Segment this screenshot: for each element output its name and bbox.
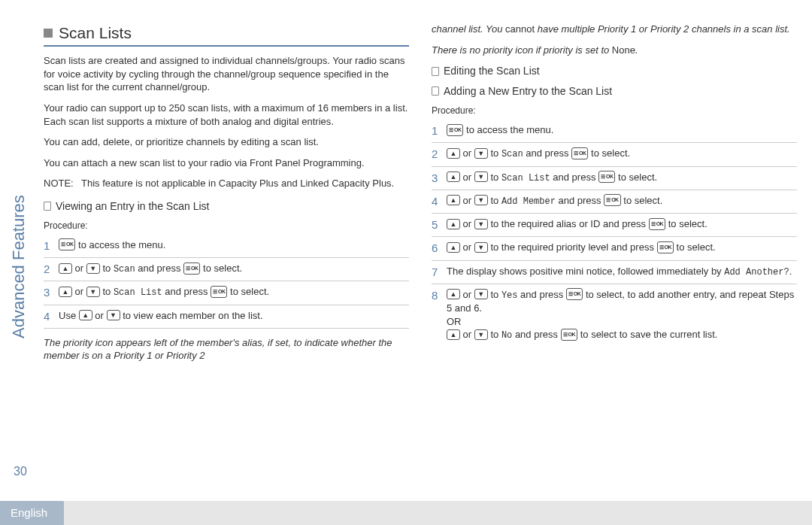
step-row: 8 ▲ or ▼ to Yes and press ☰ OK to select…: [432, 284, 797, 345]
ok-button-icon: ☰ OK: [561, 329, 577, 341]
left-column: Scan Lists Scan lists are created and as…: [44, 23, 409, 489]
down-arrow-icon: ▼: [474, 171, 488, 182]
step-number: 1: [44, 238, 59, 253]
continuation-text: There is no priority icon if priority is…: [432, 44, 797, 57]
vertical-section-title: Advanced Features: [8, 195, 30, 338]
ok-button-icon: ☰ OK: [183, 262, 200, 275]
up-arrow-icon: ▲: [59, 263, 72, 274]
step-body: ▲ or ▼ to Yes and press ☰ OK to select, …: [447, 288, 797, 341]
up-arrow-icon: ▲: [447, 171, 460, 182]
paragraph: Scan lists are created and assigned to i…: [44, 54, 409, 94]
footer-bar: [64, 501, 812, 525]
up-arrow-icon: ▲: [447, 329, 460, 340]
up-arrow-icon: ▲: [447, 195, 460, 205]
ok-button-icon: ☰ OK: [571, 147, 588, 159]
ok-button-icon: ☰ OK: [59, 238, 75, 250]
step-row: 4 Use ▲ or ▼ to view each member on the …: [44, 305, 409, 329]
step-row: 4 ▲ or ▼ to Add Member and press ☰ OK to…: [432, 190, 797, 214]
step-number: 8: [432, 288, 447, 341]
step-body: ▲ or ▼ to Scan and press ☰ OK to select.: [447, 147, 797, 162]
step-text: to access the menu.: [75, 239, 165, 250]
menu-option: Add Another?: [724, 267, 789, 278]
sidebar: Advanced Features 30: [8, 23, 44, 489]
up-arrow-icon: ▲: [447, 242, 460, 253]
note-body: This feature is not applicable in Capaci…: [81, 177, 394, 190]
step-row: 3 ▲ or ▼ to Scan List and press ☰ OK to …: [44, 281, 409, 305]
down-arrow-icon: ▼: [107, 310, 120, 320]
menu-option: Add Member: [501, 196, 556, 207]
document-icon: [44, 202, 51, 211]
ok-button-icon: ☰ OK: [649, 218, 665, 230]
up-arrow-icon: ▲: [447, 219, 460, 229]
step-body: ▲ or ▼ to Add Member and press ☰ OK to s…: [447, 194, 797, 209]
procedure-label: Procedure:: [432, 105, 797, 117]
menu-option: Yes: [501, 290, 518, 301]
note-block: NOTE: This feature is not applicable in …: [44, 177, 409, 190]
step-number: 3: [44, 285, 59, 300]
step-number: 2: [432, 147, 447, 162]
step-row: 2 ▲ or ▼ to Scan and press ☰ OK to selec…: [44, 258, 409, 281]
down-arrow-icon: ▼: [474, 242, 488, 253]
paragraph: Your radio can support up to 250 scan li…: [44, 102, 409, 128]
paragraph: You can attach a new scan list to your r…: [44, 156, 409, 170]
step-body: Use ▲ or ▼ to view each member on the li…: [59, 309, 409, 324]
step-row: 6 ▲ or ▼ to the required priority level …: [432, 237, 797, 260]
ok-button-icon: ☰ OK: [566, 288, 583, 300]
ok-button-icon: ☰ OK: [598, 171, 615, 183]
step-number: 2: [44, 262, 59, 277]
ok-button-icon: ☰ OK: [211, 286, 227, 298]
step-number: 4: [44, 309, 59, 324]
subheading: Viewing an Entry in the Scan List: [44, 199, 409, 214]
step-number: 6: [432, 241, 447, 256]
subheading: Editing the Scan List: [432, 64, 797, 78]
step-body: ▲ or ▼ to Scan List and press ☰ OK to se…: [447, 171, 797, 186]
down-arrow-icon: ▼: [86, 263, 100, 274]
step-body: ▲ or ▼ to the required alias or ID and p…: [447, 217, 797, 232]
paragraph: You can add, delete, or prioritize chann…: [44, 135, 409, 149]
footer: English: [0, 501, 812, 525]
step-row: 2 ▲ or ▼ to Scan and press ☰ OK to selec…: [432, 143, 797, 166]
step-number: 5: [432, 217, 447, 232]
step-row: 3 ▲ or ▼ to Scan List and press ☰ OK to …: [432, 167, 797, 190]
document-icon: [432, 86, 439, 96]
down-arrow-icon: ▼: [474, 289, 488, 299]
subheading-text: Viewing an Entry in the Scan List: [56, 199, 209, 214]
step-body: ▲ or ▼ to Scan and press ☰ OK to select.: [59, 262, 409, 277]
down-arrow-icon: ▼: [474, 329, 488, 340]
subheading-text: Editing the Scan List: [444, 64, 540, 78]
continuation-text: channel list. You cannot have multiple P…: [432, 23, 797, 36]
step-number: 4: [432, 194, 447, 209]
section-title: Scan Lists: [44, 23, 409, 47]
step-row: 1 ☰ OK to access the menu.: [44, 235, 409, 258]
step-body: The display shows positive mini notice, …: [447, 265, 797, 280]
step-number: 1: [432, 123, 447, 138]
up-arrow-icon: ▲: [447, 148, 460, 159]
step-row: 5 ▲ or ▼ to the required alias or ID and…: [432, 214, 797, 237]
page-body: Advanced Features 30 Scan Lists Scan lis…: [0, 0, 812, 496]
subheading-text: Adding a New Entry to the Scan List: [444, 84, 612, 99]
procedure-label: Procedure:: [44, 220, 409, 232]
note-label: NOTE:: [44, 177, 81, 190]
square-bullet-icon: [44, 29, 53, 38]
down-arrow-icon: ▼: [474, 219, 488, 229]
content-columns: Scan Lists Scan lists are created and as…: [44, 23, 797, 489]
language-tab: English: [0, 501, 68, 525]
down-arrow-icon: ▼: [86, 287, 100, 297]
page-number: 30: [14, 463, 27, 480]
up-arrow-icon: ▲: [79, 310, 92, 320]
document-icon: [432, 67, 439, 76]
step-row: 7 The display shows positive mini notice…: [432, 261, 797, 284]
ok-button-icon: ☰ OK: [657, 241, 674, 253]
or-label: OR: [447, 315, 797, 329]
step-row: 1 ☰ OK to access the menu.: [432, 120, 797, 143]
menu-option: Scan List: [114, 287, 162, 298]
step-body: ▲ or ▼ to the required priority level an…: [447, 241, 797, 256]
menu-option: Scan List: [501, 173, 550, 184]
ok-button-icon: ☰ OK: [604, 194, 620, 206]
step-number: 7: [432, 265, 447, 280]
menu-option: Scan: [501, 149, 523, 159]
ok-button-icon: ☰ OK: [447, 124, 463, 136]
section-title-text: Scan Lists: [59, 23, 132, 44]
up-arrow-icon: ▲: [447, 289, 460, 299]
step-number: 3: [432, 171, 447, 186]
